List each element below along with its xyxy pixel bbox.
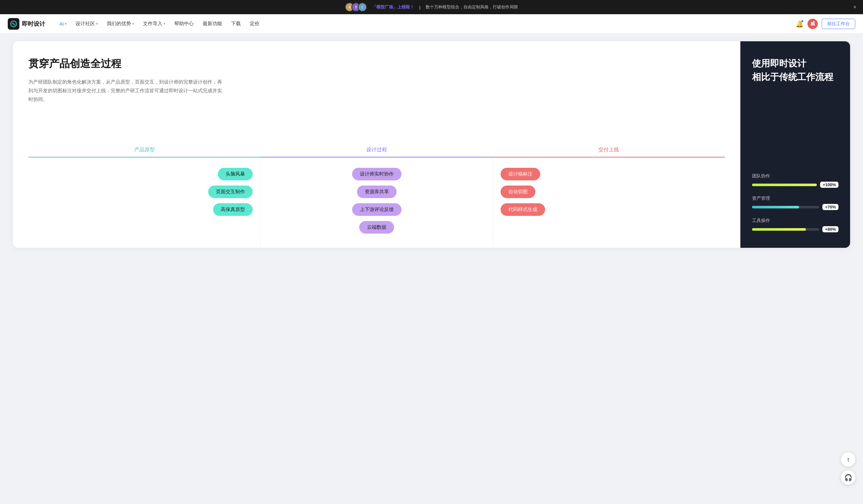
tab-col-design: 设计师实时协作 资源库共享 上下游评论反馈 云端数据 [261,158,493,248]
notification-dot [801,20,804,23]
tab-design[interactable]: 设计过程 [261,143,492,157]
nav-item-community[interactable]: 设计社区 ▾ [72,19,102,29]
avatar-3: C [358,3,367,12]
metric-label-asset: 资产管理 [752,196,838,201]
banner-highlight: 「模型广场」上线啦！ [372,4,414,10]
feature-right-panel: 使用即时设计相比于传统工作流程 团队协作 +100% 资产管理 [740,41,850,248]
nav-item-advantages[interactable]: 我们的优势 ▾ [103,19,138,29]
banner-text: 数十万种模型组合，自由定制风格，打破创作局限 [426,4,518,10]
float-buttons: ↑ 🎧 [841,452,855,484]
feature-left-panel: 贯穿产品创造全过程 为产研团队制定的角色化解决方案，从产品原型，页面交互，到设计… [13,41,740,248]
metric-asset-mgmt: 资产管理 +70% [752,196,838,210]
nav-items: Ai ▾ 设计社区 ▾ 我们的优势 ▾ 文件导入 ▾ 帮助中心 最新功能 下载 … [55,19,796,29]
user-avatar[interactable]: 威 [808,19,818,29]
tag-brainstorm: 头脑风暴 [218,168,253,180]
metric-bar-bg-tool [752,228,819,231]
bell-icon[interactable]: 🔔 [796,20,804,28]
metric-bar-row-asset: +70% [752,204,838,210]
logo[interactable]: 即时设计 [8,18,45,30]
tab-delivery[interactable]: 交付上线 [493,143,725,157]
feature-title: 贯穿产品创造全过程 [28,57,725,71]
tag-feedback: 上下游评论反馈 [352,203,401,216]
tag-code-gen: 代码样式生成 [501,203,545,216]
metrics: 团队协作 +100% 资产管理 +70% [752,173,838,232]
tag-resource-share: 资源库共享 [357,186,397,198]
top-banner: A B C 「模型广场」上线啦！ | 数十万种模型组合，自由定制风格，打破创作局… [0,0,863,14]
banner-close-button[interactable]: × [853,4,856,10]
feature-card: 贯穿产品创造全过程 为产研团队制定的角色化解决方案，从产品原型，页面交互，到设计… [13,41,850,248]
banner-avatars: A B C [345,3,367,12]
support-button[interactable]: 🎧 [841,470,855,484]
nav-item-pricing[interactable]: 定价 [246,19,263,29]
metric-label-team: 团队协作 [752,173,838,179]
nav-item-help[interactable]: 帮助中心 [171,19,198,29]
tag-hifi: 高保真原型 [213,203,253,216]
tab-col-prototype: 头脑风暴 页面交互制作 高保真原型 [28,158,261,248]
nav-right: 🔔 威 前往工作台 [796,19,855,29]
tab-col-delivery: 设计稿标注 自动切图 代码样式生成 [493,158,725,248]
metric-bar-row-tool: +80% [752,226,838,232]
tag-cloud-data: 云端数据 [359,221,394,234]
tag-realtime-collab: 设计师实时协作 [352,168,401,180]
chevron-down-icon: ▾ [65,22,66,25]
feature-description: 为产研团队制定的角色化解决方案，从产品原型，页面交互，到设计师的完整设计创作，再… [28,77,222,104]
nav-item-import[interactable]: 文件导入 ▾ [139,19,169,29]
tab-prototype[interactable]: 产品原型 [28,143,261,157]
tabs-header: 产品原型 设计过程 交付上线 [28,143,725,158]
metric-bar-fill-asset [752,206,799,209]
metric-bar-fill-team [752,184,817,186]
metric-bar-row-team: +100% [752,182,838,188]
navbar: 即时设计 Ai ▾ 设计社区 ▾ 我们的优势 ▾ 文件导入 ▾ 帮助中心 最新功… [0,14,863,34]
logo-text: 即时设计 [22,20,45,28]
tag-auto-slice: 自动切图 [501,186,535,198]
banner-separator: | [419,5,420,10]
chevron-down-icon: ▾ [164,22,165,25]
tabs-content: 头脑风暴 页面交互制作 高保真原型 设计师实时协作 资源库共享 上下游评论反馈 … [28,158,725,248]
metric-badge-tool: +80% [822,226,838,232]
metric-bar-bg-asset [752,206,819,209]
metric-bar-fill-tool [752,228,806,231]
tabs-container: 产品原型 设计过程 交付上线 头脑风暴 页面交互制作 高保真原型 设计师实时协作… [28,143,725,248]
metric-tool-ops: 工具操作 +80% [752,218,838,232]
right-panel-title: 使用即时设计相比于传统工作流程 [752,57,838,84]
main-content: 贯穿产品创造全过程 为产研团队制定的角色化解决方案，从产品原型，页面交互，到设计… [0,34,863,255]
tag-interaction: 页面交互制作 [208,186,253,198]
chevron-down-icon: ▾ [96,22,98,25]
nav-item-features[interactable]: 最新功能 [199,19,226,29]
metric-team-collab: 团队协作 +100% [752,173,838,188]
scroll-up-button[interactable]: ↑ [841,452,855,467]
metric-bar-bg-team [752,184,817,186]
nav-item-download[interactable]: 下载 [227,19,245,29]
logo-icon [8,18,20,30]
metric-badge-asset: +70% [822,204,838,210]
goto-workspace-button[interactable]: 前往工作台 [822,19,855,29]
tag-annotation: 设计稿标注 [501,168,540,180]
chevron-down-icon: ▾ [132,22,134,25]
metric-badge-team: +100% [820,182,838,188]
metric-label-tool: 工具操作 [752,218,838,224]
nav-item-ai[interactable]: Ai ▾ [55,19,70,28]
